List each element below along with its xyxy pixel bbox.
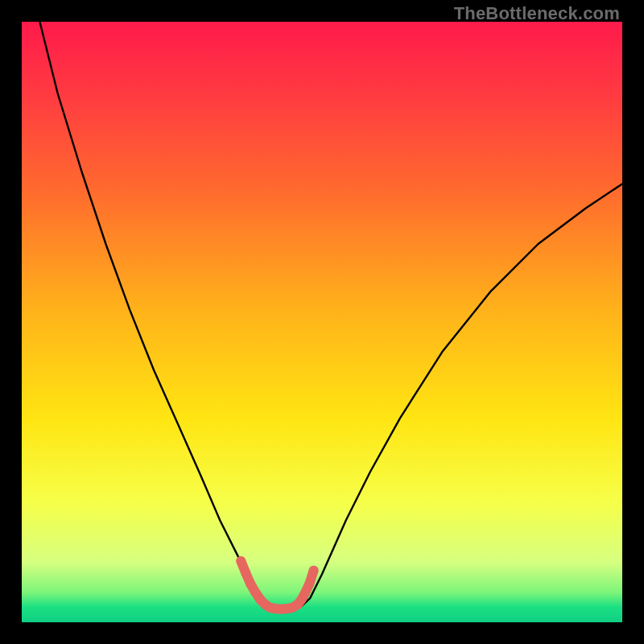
attribution-text: TheBottleneck.com — [454, 3, 620, 24]
chart-container: TheBottleneck.com — [0, 0, 644, 644]
chart-background-gradient — [22, 22, 622, 622]
